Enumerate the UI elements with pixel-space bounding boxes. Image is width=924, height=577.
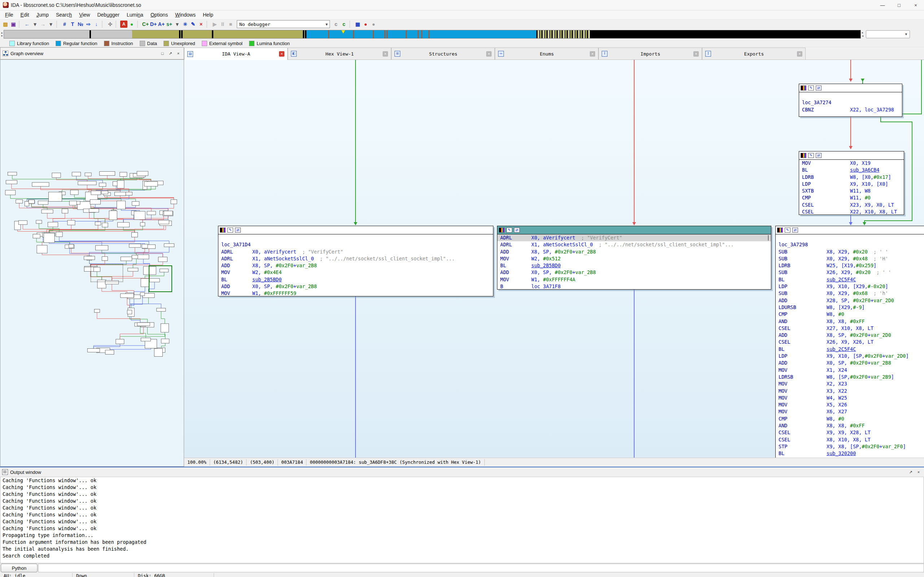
basic-block-loc_3A71D4[interactable]: ✎⇄ loc_3A71D4ADRLX0, aVerifycert ; "Veri… xyxy=(218,226,493,297)
make-code-icon[interactable]: C+ xyxy=(142,21,149,28)
group-node-icon[interactable]: ⇄ xyxy=(816,85,822,90)
menu-options[interactable]: Options xyxy=(147,11,171,18)
menu-view[interactable]: View xyxy=(76,11,94,18)
edit-node-icon[interactable]: ✎ xyxy=(228,227,233,233)
forward-dropdown-icon[interactable]: ▾ xyxy=(47,21,55,28)
maximize-button[interactable]: □ xyxy=(891,0,908,10)
lumina-pull-icon[interactable]: ● xyxy=(128,21,135,28)
edit-node-icon[interactable]: ✎ xyxy=(506,227,512,233)
forward-icon[interactable]: → xyxy=(39,21,47,28)
legend-item-unexplored: Unexplored xyxy=(163,41,195,46)
node-color-icon[interactable] xyxy=(220,227,226,233)
menu-search[interactable]: Search xyxy=(52,11,76,18)
legend-swatch xyxy=(249,41,254,46)
close-tab-icon[interactable]: × xyxy=(279,51,284,56)
edit-function-icon[interactable]: ✎ xyxy=(189,21,197,28)
cleanup-tool-icon[interactable]: ✜ xyxy=(107,21,114,28)
search-immediate-icon[interactable]: № xyxy=(77,21,84,28)
band-scroll-left[interactable]: ▴▾ xyxy=(1,31,3,37)
compile-c-icon[interactable]: c xyxy=(333,21,340,28)
menu-help[interactable]: Help xyxy=(199,11,217,18)
back-icon[interactable]: ← xyxy=(23,21,31,28)
graph-overview-panel[interactable] xyxy=(0,60,184,467)
python-command-input[interactable] xyxy=(38,564,924,572)
menu-jump[interactable]: Jump xyxy=(33,11,52,18)
menu-lumina[interactable]: Lumina xyxy=(123,11,147,18)
group-node-icon[interactable]: ⇄ xyxy=(235,227,241,233)
close-panel-button[interactable]: × xyxy=(175,50,181,56)
make-string-icon[interactable]: s+ xyxy=(166,21,173,28)
menu-windows[interactable]: Windows xyxy=(171,11,199,18)
group-node-icon[interactable]: ⇄ xyxy=(792,227,798,233)
code-line: CSELX26, X9, X26, LT xyxy=(775,338,924,345)
jump-address-icon[interactable]: ⇨ xyxy=(85,21,92,28)
tab-imports[interactable]: ↧Imports× xyxy=(598,48,702,60)
basic-block-loc_3A7274[interactable]: ✎⇄ loc_3A7274CBNZX22, loc_3A7298 xyxy=(799,84,902,117)
search-text-icon[interactable]: T xyxy=(69,21,76,28)
tab-exports[interactable]: ↥Exports× xyxy=(702,48,806,60)
menu-file[interactable]: File xyxy=(2,11,17,18)
edit-node-icon[interactable]: ✎ xyxy=(808,153,814,158)
float-panel-button[interactable]: ↗ xyxy=(167,50,174,56)
float-output-button[interactable]: ↗ xyxy=(908,469,914,475)
basic-block-sub_3A6CB4_call[interactable]: ✎⇄MOVX0, X19BLsub_3A6CB4LDRBW8, [X0,#0x1… xyxy=(799,151,904,215)
save-icon[interactable]: ▣ xyxy=(10,21,17,28)
code-line: ANDX8, X8, #0xFF xyxy=(775,318,924,325)
navigation-band[interactable] xyxy=(3,30,861,39)
minimize-button[interactable]: — xyxy=(874,0,891,10)
open-file-icon[interactable]: ▨ xyxy=(2,21,9,28)
group-node-icon[interactable]: ⇄ xyxy=(514,227,520,233)
band-scroll-right[interactable]: ▸◂ xyxy=(862,31,863,37)
edit-node-icon[interactable]: ✎ xyxy=(808,85,814,90)
jump-down-icon[interactable]: ↓ xyxy=(93,21,100,28)
menu-debugger[interactable]: Debugger xyxy=(94,11,123,18)
maximize-panel-button[interactable]: □ xyxy=(159,50,166,56)
group-node-icon[interactable]: ⇄ xyxy=(816,153,822,158)
log-line: Caching 'Functions window'... ok xyxy=(3,491,924,498)
breakpoint-disable-icon[interactable]: ● xyxy=(370,21,377,28)
tab-hex-view-1[interactable]: ◧Hex View-1× xyxy=(288,48,391,60)
close-output-button[interactable]: × xyxy=(915,469,922,475)
band-zoom-combo[interactable]: ▼ xyxy=(866,30,910,38)
debugger-selector-combo[interactable]: No debugger▼ xyxy=(237,20,330,28)
close-tab-icon[interactable]: × xyxy=(383,51,388,56)
current-address-marker[interactable] xyxy=(341,30,345,34)
python-interpreter-button[interactable]: Python xyxy=(1,564,37,572)
search-hex-icon[interactable]: # xyxy=(61,21,68,28)
debug-stop-icon[interactable]: ■ xyxy=(227,21,234,28)
close-tab-icon[interactable]: × xyxy=(797,51,802,56)
node-color-icon[interactable] xyxy=(499,227,505,233)
basic-block-loc_3A7298[interactable]: ✎⇄ loc_3A7298SUBX8, X29, #0x20 ; ' 'SUBX… xyxy=(775,226,924,458)
debug-start-icon[interactable]: ▶ xyxy=(211,21,218,28)
edit-node-icon[interactable]: ✎ xyxy=(785,227,790,233)
undefine-icon[interactable]: × xyxy=(197,21,205,28)
debug-windows-icon[interactable]: ▦ xyxy=(354,21,361,28)
problems-icon[interactable]: A xyxy=(120,21,128,28)
make-array-icon[interactable]: ✳ xyxy=(181,21,189,28)
output-window-header[interactable]: Output window ↗× xyxy=(0,467,924,477)
close-tab-icon[interactable]: × xyxy=(590,51,595,56)
code-line: LDPX9, X10, [SP,#0x2F0+var_2D0] xyxy=(775,353,924,359)
make-name-icon[interactable]: A+ xyxy=(158,21,165,28)
tab-enums[interactable]: ≔Enums× xyxy=(495,48,598,60)
node-color-icon[interactable] xyxy=(777,227,783,233)
tab-structures[interactable]: ⊞Structures× xyxy=(391,48,495,60)
make-data-icon[interactable]: D+ xyxy=(150,21,157,28)
close-tab-icon[interactable]: × xyxy=(486,51,492,56)
ida-graph-view[interactable]: ✎⇄ loc_3A7274CBNZX22, loc_3A7298✎⇄MOVX0,… xyxy=(184,60,924,458)
node-color-icon[interactable] xyxy=(801,85,806,90)
run-script-icon[interactable]: c xyxy=(340,21,347,28)
debug-pause-icon[interactable]: II xyxy=(219,21,226,28)
string-dropdown-icon[interactable]: ▾ xyxy=(174,21,181,28)
close-tab-icon[interactable]: × xyxy=(693,51,699,56)
tab-ida-view-a[interactable]: ▤IDA View-A× xyxy=(184,48,288,60)
back-dropdown-icon[interactable]: ▾ xyxy=(31,21,39,28)
basic-block-current_node[interactable]: ✎⇄ADRLX0, aVerifycert ; "VerifyCert"ADRL… xyxy=(497,226,771,290)
menu-edit[interactable]: Edit xyxy=(17,11,33,18)
breakpoint-add-icon[interactable]: ● xyxy=(362,21,369,28)
au-indicator: AU: idle xyxy=(0,573,73,577)
node-color-icon[interactable] xyxy=(801,153,806,158)
close-button[interactable]: × xyxy=(908,0,924,10)
graph-overview-header[interactable]: Graph overview □↗× xyxy=(0,47,184,60)
minimap-viewport-rect[interactable] xyxy=(90,264,123,282)
